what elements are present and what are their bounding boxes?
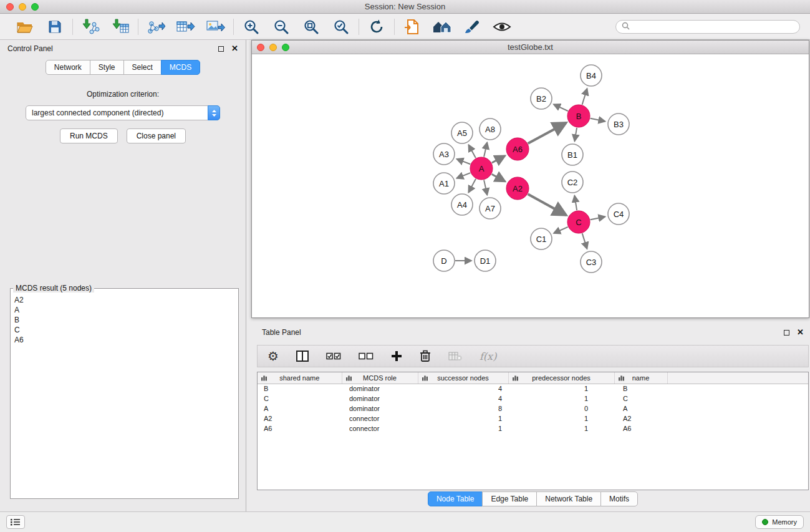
float-panel-icon[interactable] [218, 46, 224, 52]
column-header-MCDS-role[interactable]: MCDS role [342, 372, 418, 384]
node-C2[interactable]: C2 [562, 172, 583, 193]
node-C4[interactable]: C4 [608, 203, 629, 225]
zoom-window-icon[interactable] [31, 3, 39, 11]
node-B2[interactable]: B2 [531, 88, 552, 109]
edge-A2-C[interactable] [528, 194, 566, 215]
import-network-icon[interactable] [80, 17, 100, 36]
node-D1[interactable]: D1 [475, 250, 496, 271]
table-settings-gear-icon[interactable]: ⚙ [268, 350, 279, 362]
zoom-network-window-icon[interactable] [282, 44, 289, 51]
edge-B-B4[interactable] [582, 89, 587, 105]
network-svg[interactable]: B4B2BB3A5A8A6A3B1AC2A1A2A4A7C4CC1C3DD1 [252, 55, 809, 317]
select-all-icon[interactable] [326, 352, 341, 360]
zoom-fit-icon[interactable] [301, 17, 321, 36]
tab-network[interactable]: Network [46, 60, 90, 75]
edge-A-A8[interactable] [484, 143, 487, 157]
node-A5[interactable]: A5 [451, 122, 473, 143]
column-header-shared-name[interactable]: shared name [258, 372, 342, 384]
table-row[interactable]: Cdominator41C [258, 394, 808, 404]
node-B[interactable]: B [567, 105, 590, 127]
column-header-successor-nodes[interactable]: successor nodes [418, 372, 508, 384]
edge-A-A3[interactable] [457, 159, 471, 164]
result-item[interactable]: A2 [14, 295, 234, 305]
edge-A-A4[interactable] [468, 179, 476, 193]
edge-C-C2[interactable] [574, 196, 577, 211]
memory-button[interactable]: Memory [755, 515, 804, 529]
function-builder-icon[interactable]: f(x) [480, 351, 496, 362]
table-row[interactable]: Adominator80A [258, 404, 808, 414]
float-table-panel-icon[interactable] [784, 330, 789, 336]
edge-C-C1[interactable] [554, 227, 568, 233]
result-item[interactable]: C [14, 325, 234, 335]
refresh-icon[interactable] [367, 17, 387, 36]
save-icon[interactable] [45, 17, 65, 36]
close-table-panel-icon[interactable]: ✕ [797, 329, 804, 336]
edge-B-B1[interactable] [575, 128, 577, 142]
edge-A-A2[interactable] [492, 174, 505, 181]
deselect-all-icon[interactable] [359, 352, 374, 360]
edge-C-C3[interactable] [582, 233, 587, 249]
node-B4[interactable]: B4 [581, 65, 602, 86]
edge-C-C4[interactable] [591, 216, 605, 220]
edge-B-B2[interactable] [554, 104, 568, 111]
column-header-predecessor-nodes[interactable]: predecessor nodes [508, 372, 614, 384]
zoom-in-icon[interactable] [241, 17, 261, 36]
node-D[interactable]: D [433, 250, 455, 271]
node-A8[interactable]: A8 [480, 118, 501, 140]
style-brush-icon[interactable] [462, 17, 482, 36]
table-row[interactable]: A2connector11A2 [258, 414, 808, 423]
close-window-icon[interactable] [6, 3, 14, 11]
node-C[interactable]: C [567, 211, 590, 233]
show-hide-eye-icon[interactable] [492, 17, 512, 36]
tab-mcds[interactable]: MCDS [161, 60, 200, 75]
tab-select[interactable]: Select [123, 60, 162, 75]
edge-A-A1[interactable] [456, 173, 470, 178]
close-network-window-icon[interactable] [257, 44, 264, 51]
node-A[interactable]: A [470, 157, 493, 180]
column-header-name[interactable]: name [614, 372, 667, 384]
import-table-icon[interactable] [110, 17, 130, 36]
tab-network-table[interactable]: Network Table [536, 491, 601, 506]
search-input[interactable] [634, 22, 794, 31]
result-item[interactable]: A6 [14, 335, 234, 345]
tab-node-table[interactable]: Node Table [428, 491, 483, 506]
tab-motifs[interactable]: Motifs [600, 491, 638, 506]
edge-A-A7[interactable] [484, 180, 487, 195]
node-C3[interactable]: C3 [581, 251, 602, 273]
zoom-out-icon[interactable] [271, 17, 291, 36]
edge-B-B3[interactable] [591, 118, 605, 122]
tab-edge-table[interactable]: Edge Table [482, 491, 537, 506]
node-C1[interactable]: C1 [531, 228, 552, 249]
close-panel-button[interactable]: Close panel [127, 128, 186, 143]
node-A3[interactable]: A3 [433, 143, 455, 165]
close-panel-icon[interactable]: ✕ [231, 46, 238, 52]
node-B1[interactable]: B1 [562, 144, 583, 165]
add-column-icon[interactable] [391, 351, 402, 362]
node-A1[interactable]: A1 [433, 173, 455, 194]
minimize-window-icon[interactable] [19, 3, 26, 11]
network-canvas[interactable]: B4B2BB3A5A8A6A3B1AC2A1A2A4A7C4CC1C3DD1 [252, 55, 809, 317]
show-columns-icon[interactable] [296, 351, 309, 362]
export-network-icon[interactable] [146, 17, 166, 36]
result-item[interactable]: B [14, 315, 234, 325]
zoom-selected-icon[interactable] [331, 17, 351, 36]
open-folder-icon[interactable] [15, 17, 35, 36]
node-A2[interactable]: A2 [506, 177, 529, 200]
result-item[interactable]: A [14, 305, 234, 315]
node-B3[interactable]: B3 [608, 114, 629, 135]
edge-A6-B[interactable] [528, 123, 566, 143]
home-icon[interactable] [432, 17, 452, 36]
node-A4[interactable]: A4 [451, 194, 473, 215]
edge-A-A5[interactable] [469, 145, 476, 158]
export-table-icon[interactable] [176, 17, 196, 36]
minimize-network-window-icon[interactable] [269, 44, 277, 51]
table-row[interactable]: Bdominator41B [258, 384, 808, 394]
open-document-icon[interactable] [402, 17, 422, 36]
edge-A-A6[interactable] [492, 156, 505, 163]
tab-style[interactable]: Style [90, 60, 124, 75]
table-row[interactable]: A6connector11A6 [258, 423, 808, 433]
export-image-icon[interactable] [206, 17, 226, 36]
run-mcds-button[interactable]: Run MCDS [60, 128, 118, 143]
node-A6[interactable]: A6 [506, 138, 529, 160]
criterion-dropdown[interactable]: largest connected component (directed) [26, 105, 220, 120]
